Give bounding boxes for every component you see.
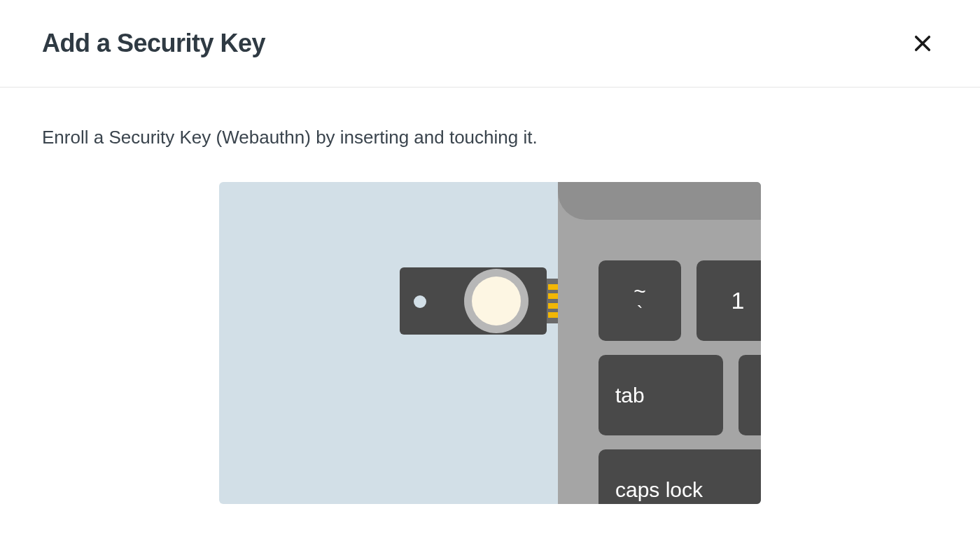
illustration-container: ~ ` 1 tab caps lock (42, 182, 938, 504)
keyboard-key-one: 1 (696, 260, 761, 341)
security-key-graphic (400, 267, 547, 335)
key-label: tab (615, 384, 645, 407)
security-key-button (472, 276, 521, 326)
security-key-hole (414, 295, 426, 308)
modal-body: Enroll a Security Key (Webauthn) by inse… (0, 88, 980, 504)
usb-contact-pin (548, 312, 558, 318)
keyboard-key-tab: tab (598, 355, 723, 435)
security-key-illustration: ~ ` 1 tab caps lock (219, 182, 761, 504)
usb-contact-pin (548, 293, 558, 299)
modal-header: Add a Security Key (0, 0, 980, 88)
usb-contact-pin (548, 284, 558, 290)
close-button[interactable] (907, 28, 938, 59)
key-label: ` (637, 303, 643, 321)
instruction-text: Enroll a Security Key (Webauthn) by inse… (42, 127, 938, 148)
keyboard-key-capslock: caps lock (598, 449, 761, 504)
modal-title: Add a Security Key (42, 29, 265, 58)
key-label: caps lock (615, 478, 703, 502)
key-label: ~ (634, 281, 646, 302)
security-key-button-ring (464, 269, 528, 333)
usb-contacts-graphic (548, 284, 558, 318)
usb-contact-pin (548, 303, 558, 309)
keyboard-key-partial (738, 355, 761, 435)
laptop-screen-edge-graphic (558, 182, 761, 220)
key-label: 1 (732, 287, 745, 314)
keyboard-key-tilde: ~ ` (598, 260, 681, 341)
close-icon (913, 34, 932, 53)
